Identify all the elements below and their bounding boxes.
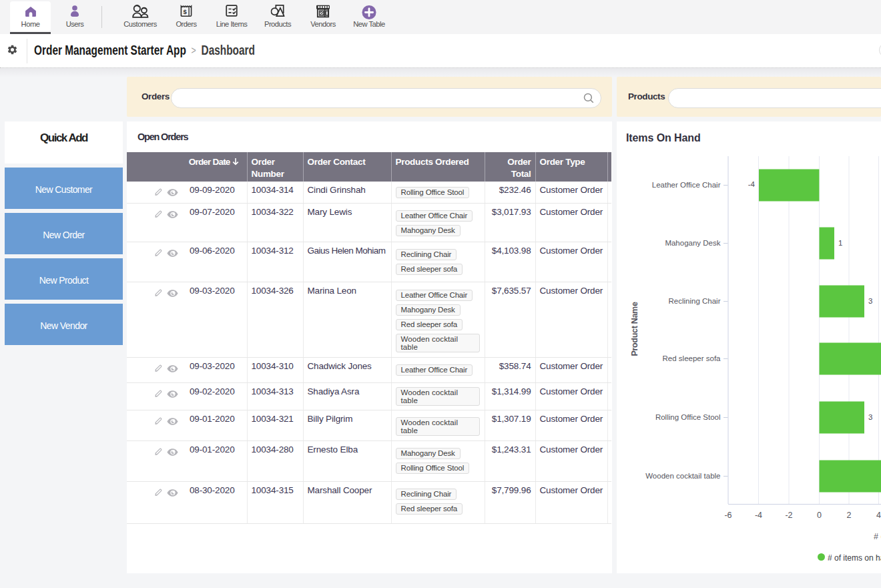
svg-text:-4: -4 — [748, 180, 756, 188]
svg-text:Red sleeper sofa: Red sleeper sofa — [663, 354, 721, 362]
svg-text:-6: -6 — [724, 511, 731, 520]
svg-text:-2: -2 — [785, 511, 792, 520]
svg-text:1: 1 — [838, 239, 842, 247]
svg-text:# of items on hand: # of items on hand — [874, 532, 881, 541]
svg-text:-4: -4 — [755, 511, 762, 520]
svg-text:Reclining Chair: Reclining Chair — [669, 297, 721, 305]
svg-text:Wooden cocktail table: Wooden cocktail table — [645, 472, 720, 480]
svg-text:2: 2 — [847, 511, 852, 520]
svg-text:# of items on hand: # of items on hand — [828, 553, 881, 563]
svg-text:Product Name: Product Name — [630, 302, 639, 356]
svg-text:Mahogany Desk: Mahogany Desk — [665, 239, 720, 247]
svg-text:Leather Office Chair: Leather Office Chair — [652, 181, 721, 189]
svg-text:Rolling Office Stool: Rolling Office Stool — [655, 413, 721, 421]
svg-text:3: 3 — [868, 297, 872, 305]
svg-text:$: $ — [183, 8, 187, 15]
svg-text:0: 0 — [817, 511, 822, 520]
svg-text:4: 4 — [876, 511, 881, 520]
svg-text:3: 3 — [868, 413, 872, 421]
